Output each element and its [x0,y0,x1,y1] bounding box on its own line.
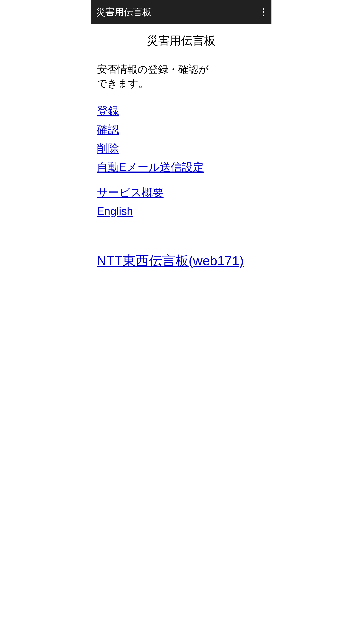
delete-link[interactable]: 削除 [97,141,265,156]
dot-icon [263,14,264,16]
main-content: 安否情報の登録・確認ができます。 登録 確認 削除 自動Eメール送信設定 サービ… [91,53,272,236]
ntt-link[interactable]: NTT東西伝言板(web171) [97,252,265,270]
auto-email-link[interactable]: 自動Eメール送信設定 [97,160,265,174]
dot-icon [263,8,264,10]
register-link[interactable]: 登録 [97,104,265,118]
app-bar-title: 災害用伝言板 [96,6,152,18]
service-overview-link[interactable]: サービス概要 [97,186,265,200]
bottom-section: NTT東西伝言板(web171) [91,246,272,274]
app-bar: 災害用伝言板 [91,0,272,24]
page-title: 災害用伝言板 [91,24,272,53]
english-link[interactable]: English [97,204,265,218]
service-links-group: サービス概要 English [97,186,265,218]
confirm-link[interactable]: 確認 [97,122,265,137]
more-options-button[interactable] [261,6,266,18]
description-text: 安否情報の登録・確認ができます。 [97,62,265,90]
dot-icon [263,11,264,13]
primary-links-group: 登録 確認 削除 自動Eメール送信設定 [97,104,265,174]
